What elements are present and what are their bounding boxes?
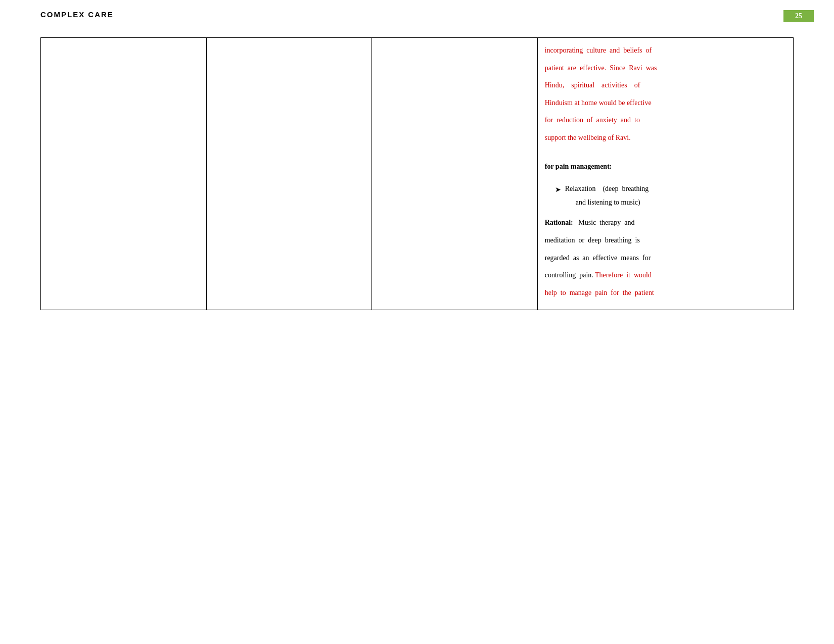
pain-management-heading: for pain management: [545, 160, 786, 174]
para-patient: patient are effective. Since Ravi was [545, 62, 786, 75]
para-hinduism: Hinduism at home would be effective [545, 96, 786, 110]
main-table: incorporating culture and beliefs of pat… [40, 37, 794, 310]
rational-label: Rational: [545, 219, 573, 226]
col-3-cell [372, 38, 538, 310]
rational-line4: controlling pain. Therefore it would [545, 269, 786, 282]
bullet-relaxation: ➤ Relaxation (deep breathing and listeni… [555, 182, 786, 209]
col-2-cell [206, 38, 372, 310]
rational-text-red: Therefore it would [595, 271, 652, 279]
col-1-cell [41, 38, 207, 310]
rational-text-black: Music therapy and [575, 219, 634, 226]
table-row: incorporating culture and beliefs of pat… [41, 38, 794, 310]
table-container: incorporating culture and beliefs of pat… [40, 37, 794, 310]
para-culture: incorporating culture and beliefs of [545, 44, 786, 58]
para-support: support the wellbeing of Ravi. [545, 131, 786, 145]
rational-line3: regarded as an effective means for [545, 252, 786, 265]
page-title: COMPLEX CARE [40, 10, 114, 19]
col4-content: incorporating culture and beliefs of pat… [545, 44, 786, 300]
col-4-cell: incorporating culture and beliefs of pat… [537, 38, 793, 310]
arrow-icon: ➤ [555, 183, 561, 197]
bullet-text: Relaxation (deep breathing and listening… [565, 182, 786, 209]
para-reduction: for reduction of anxiety and to [545, 114, 786, 127]
page-number-box: 25 [783, 10, 814, 22]
rational-line5: help to manage pain for the patient [545, 286, 786, 300]
rational-block: Rational: Music therapy and [545, 216, 786, 230]
page-header: COMPLEX CARE 25 [0, 0, 834, 27]
para-hindu: Hindu, spiritual activities of [545, 79, 786, 92]
rational-line2: meditation or deep breathing is [545, 234, 786, 247]
